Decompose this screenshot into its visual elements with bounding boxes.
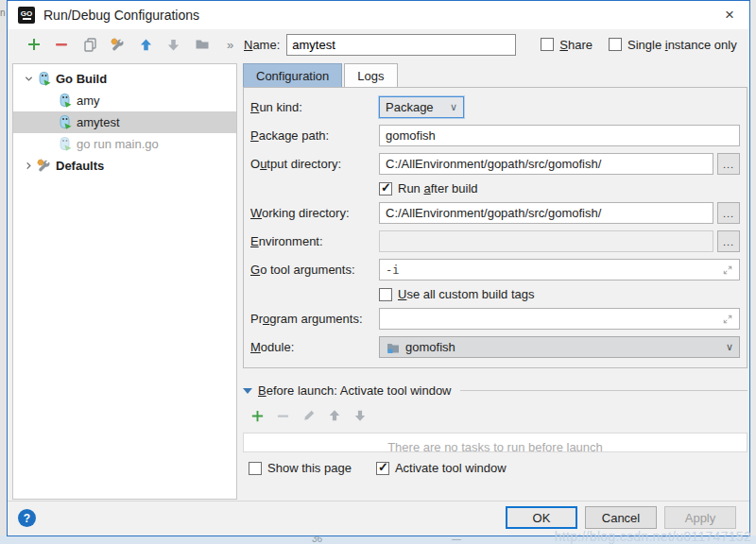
chevron-down-icon: ∨ — [450, 101, 457, 113]
create-folder-button[interactable] — [188, 34, 216, 55]
task-move-up-button[interactable] — [321, 405, 347, 426]
add-icon — [26, 37, 42, 52]
apply-button[interactable]: Apply — [664, 506, 736, 529]
share-checkbox[interactable]: Share — [541, 38, 593, 52]
run-kind-value: Package — [386, 100, 434, 114]
share-checkbox-label: Share — [559, 38, 593, 52]
working-directory-browse-button[interactable]: ... — [717, 202, 740, 224]
goland-logo-icon: GO — [18, 7, 35, 24]
remove-icon — [276, 409, 290, 423]
edit-defaults-button[interactable] — [104, 34, 132, 55]
expand-field-icon[interactable] — [722, 264, 733, 276]
copy-configuration-button[interactable] — [76, 34, 104, 55]
add-icon — [250, 409, 265, 423]
show-this-page-checkbox-box — [249, 462, 262, 475]
tree-item-label: Go Build — [56, 72, 107, 86]
header-rule — [460, 390, 747, 391]
tree-item-go-build[interactable]: Go Build — [13, 68, 236, 90]
working-directory-input[interactable]: C:/AllEnvironment/gopath/src/gomofish/ — [379, 202, 713, 224]
program-arguments-input[interactable] — [379, 308, 740, 330]
empty-tasks-text: There are no tasks to run before launch — [387, 440, 603, 452]
task-move-down-button[interactable] — [347, 405, 372, 426]
single-instance-checkbox[interactable]: Single instance only — [609, 38, 737, 52]
share-checkbox-box — [541, 38, 554, 51]
use-all-custom-build-tags-label: Use all custom build tags — [398, 287, 535, 301]
chevron-right-icon[interactable] — [21, 162, 36, 170]
move-down-icon — [166, 38, 180, 52]
go-build-icon — [57, 136, 73, 152]
go-tool-arguments-value: -i — [386, 264, 399, 277]
expand-field-icon[interactable] — [722, 314, 733, 325]
environment-label: Environment: — [250, 234, 379, 248]
ok-button[interactable]: OK — [506, 506, 577, 529]
environment-input[interactable] — [379, 230, 713, 252]
name-input[interactable] — [286, 34, 516, 56]
run-kind-label: Run kind: — [250, 100, 379, 114]
tree-item-label: amytest — [77, 115, 120, 129]
tree-item-amy[interactable]: amy — [13, 90, 236, 111]
background-left-sliver: n — [0, 0, 7, 544]
run-after-build-checkbox[interactable]: Run after build — [379, 181, 478, 196]
tab-bar: Configuration Logs — [243, 63, 747, 87]
go-build-icon — [36, 71, 52, 87]
more-icon: » — [227, 38, 232, 52]
activate-tool-window-checkbox[interactable]: Activate tool window — [376, 461, 507, 475]
chevron-down-icon[interactable] — [21, 75, 36, 83]
tab-configuration[interactable]: Configuration — [243, 63, 342, 87]
show-this-page-checkbox[interactable]: Show this page — [249, 461, 352, 475]
defaults-wrench-icon — [36, 158, 52, 174]
module-label: Module: — [250, 340, 379, 354]
tree-item-defaults[interactable]: Defaults — [13, 155, 236, 177]
output-directory-browse-button[interactable]: ... — [717, 153, 740, 175]
module-select[interactable]: gomofish ∨ — [379, 336, 740, 358]
move-up-icon — [139, 38, 153, 52]
output-directory-label: Output directory: — [250, 157, 379, 171]
before-launch-title: Before launch: Activate tool window — [258, 383, 452, 398]
window-title: Run/Debug Configurations — [43, 8, 199, 23]
package-path-input[interactable]: gomofish — [379, 125, 740, 146]
move-up-button[interactable] — [132, 34, 161, 55]
show-this-page-label: Show this page — [267, 461, 352, 475]
add-configuration-button[interactable] — [20, 34, 48, 55]
single-instance-checkbox-label: Single instance only — [627, 38, 737, 52]
working-directory-label: Working directory: — [250, 206, 379, 220]
add-task-button[interactable] — [245, 405, 270, 426]
name-label: Name: — [244, 38, 280, 52]
go-tool-arguments-input[interactable]: -i — [379, 259, 740, 280]
module-folder-icon — [386, 340, 401, 355]
tree-item-amytest[interactable]: amytest — [13, 111, 236, 133]
edit-task-button[interactable] — [296, 405, 321, 426]
move-down-button[interactable] — [160, 34, 188, 55]
single-instance-checkbox-box — [609, 38, 622, 51]
remove-configuration-button[interactable] — [48, 34, 77, 55]
tab-logs[interactable]: Logs — [344, 63, 397, 87]
output-directory-value: C:/AllEnvironment/gopath/src/gomofish/ — [386, 157, 601, 171]
tree-item-label: go run main.go — [77, 137, 159, 151]
use-all-custom-build-tags-checkbox-box — [379, 288, 392, 301]
activate-tool-window-label: Activate tool window — [395, 461, 507, 475]
remove-task-button[interactable] — [270, 405, 296, 426]
tree-item-go-run-main[interactable]: go run main.go — [13, 133, 236, 155]
go-tool-arguments-label: Go tool arguments: — [250, 263, 379, 277]
module-value: gomofish — [405, 340, 455, 354]
chevron-down-icon: ∨ — [726, 341, 733, 353]
output-directory-input[interactable]: C:/AllEnvironment/gopath/src/gomofish/ — [379, 153, 713, 175]
environment-browse-button[interactable]: ... — [717, 230, 740, 252]
cancel-button[interactable]: Cancel — [585, 506, 657, 529]
configuration-panel: Configuration Logs Run kind: Package ∨ P… — [243, 63, 747, 475]
run-kind-select[interactable]: Package ∨ — [379, 96, 464, 118]
working-directory-value: C:/AllEnvironment/gopath/src/gomofish/ — [386, 206, 601, 220]
go-build-icon — [57, 114, 73, 130]
close-icon[interactable]: × — [710, 1, 749, 29]
before-launch-task-list: There are no tasks to run before launch — [243, 433, 747, 452]
before-launch-header: Before launch: Activate tool window — [243, 383, 747, 398]
page-option-checkboxes: Show this page Activate tool window — [243, 461, 747, 475]
run-after-build-checkbox-box — [379, 182, 392, 196]
tree-item-label: amy — [77, 94, 100, 108]
configuration-form: Run kind: Package ∨ Package path: gomofi… — [243, 87, 747, 368]
program-arguments-label: Program arguments: — [250, 312, 379, 326]
collapse-triangle-icon[interactable] — [243, 388, 252, 394]
use-all-custom-build-tags-checkbox[interactable]: Use all custom build tags — [379, 287, 535, 301]
run-after-build-label: Run after build — [398, 181, 478, 196]
more-actions-button[interactable]: » — [215, 34, 244, 55]
